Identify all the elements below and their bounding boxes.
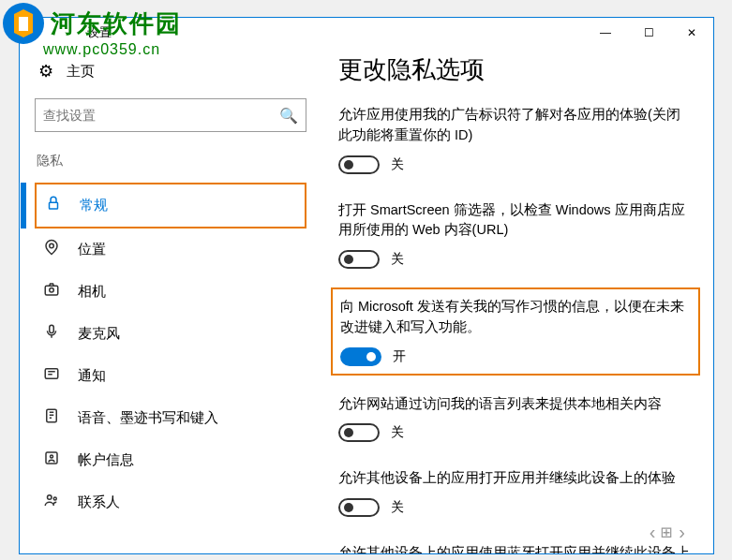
titlebar: 设置 — ☐ ✕	[20, 18, 713, 48]
sidebar-item-3[interactable]: 麦克风	[35, 313, 306, 355]
svg-point-11	[48, 495, 52, 500]
nav-label: 相机	[78, 283, 106, 301]
svg-rect-6	[50, 325, 54, 332]
nav-icon	[42, 492, 61, 513]
nav-label: 帐户信息	[78, 451, 134, 469]
toggle-switch[interactable]	[338, 250, 380, 269]
search-icon: 🔍	[279, 107, 298, 125]
minimize-button[interactable]: —	[584, 18, 627, 48]
settings-window: 设置 — ☐ ✕ ⚙ 主页 🔍 隐私 常规位置相机麦克风通知语音、墨迹书写和键入…	[19, 17, 714, 554]
page-title: 更改隐私选项	[338, 53, 693, 86]
nav-next-icon[interactable]: ›	[679, 522, 685, 543]
sidebar-item-2[interactable]: 相机	[35, 271, 306, 313]
svg-rect-2	[50, 202, 58, 209]
maximize-button[interactable]: ☐	[627, 18, 670, 48]
gear-icon: ⚙	[38, 61, 53, 81]
setting-1: 打开 SmartScreen 筛选器，以检查 Windows 应用商店应用所使用…	[338, 200, 693, 270]
setting-desc: 允许应用使用我的广告标识符了解对各应用的体验(关闭此功能将重置你的 ID)	[338, 105, 693, 146]
home-row[interactable]: ⚙ 主页	[35, 48, 306, 98]
setting-2: 向 Microsoft 发送有关我的写作习惯的信息，以便在未来改进键入和写入功能…	[331, 287, 700, 376]
sidebar-item-1[interactable]: 位置	[35, 228, 306, 271]
nav-label: 联系人	[78, 494, 120, 511]
sidebar-item-4[interactable]: 通知	[35, 355, 306, 397]
nav-icon	[42, 365, 61, 387]
toggle-row: 关	[338, 423, 693, 442]
setting-3: 允许网站通过访问我的语言列表来提供本地相关内容 关	[338, 394, 693, 443]
toggle-switch[interactable]	[338, 423, 380, 442]
toggle-row: 关	[338, 155, 693, 174]
svg-rect-4	[45, 286, 58, 295]
toggle-row: 关	[338, 250, 693, 269]
toggle-switch[interactable]	[340, 347, 381, 366]
window-controls: — ☐ ✕	[584, 18, 713, 48]
nav-icon	[42, 449, 61, 471]
sidebar-item-7[interactable]: 联系人	[35, 481, 306, 523]
nav-label: 麦克风	[78, 325, 120, 343]
nav-label: 通知	[78, 367, 106, 385]
toggle-label: 关	[391, 424, 404, 441]
nav-label: 位置	[78, 241, 106, 258]
toggle-label: 开	[393, 348, 406, 365]
nav-grid-icon[interactable]: ⊞	[658, 526, 676, 538]
sidebar-item-0[interactable]: 常规	[35, 183, 306, 228]
svg-point-3	[50, 243, 54, 248]
main-panel: 更改隐私选项 允许应用使用我的广告标识符了解对各应用的体验(关闭此功能将重置你的…	[321, 48, 713, 553]
page-nav: ‹ ⊞ ›	[650, 522, 685, 543]
close-button[interactable]: ✕	[670, 18, 713, 48]
nav-icon	[42, 281, 61, 302]
svg-point-5	[50, 288, 54, 293]
sidebar-item-5[interactable]: 语音、墨迹书写和键入	[35, 397, 306, 439]
toggle-switch[interactable]	[338, 498, 380, 517]
section-label: 隐私	[35, 151, 306, 183]
setting-4: 允许其他设备上的应用打开应用并继续此设备上的体验 关	[338, 468, 693, 517]
toggle-label: 关	[391, 251, 404, 268]
home-label: 主页	[67, 63, 95, 81]
window-title: 设置	[87, 24, 112, 41]
setting-desc: 允许其他设备上的应用使用蓝牙打开应用并继续此设备上的体验	[338, 543, 693, 553]
nav-label: 常规	[80, 197, 108, 214]
setting-desc: 允许其他设备上的应用打开应用并继续此设备上的体验	[338, 468, 693, 489]
search-box[interactable]: 🔍	[35, 98, 306, 132]
svg-point-10	[51, 455, 53, 458]
setting-5: 允许其他设备上的应用使用蓝牙打开应用并继续此设备上的体验 关	[338, 543, 693, 553]
setting-desc: 向 Microsoft 发送有关我的写作习惯的信息，以便在未来改进键入和写入功能…	[340, 297, 691, 338]
toggle-row: 开	[340, 347, 691, 366]
setting-desc: 允许网站通过访问我的语言列表来提供本地相关内容	[338, 394, 693, 415]
setting-desc: 打开 SmartScreen 筛选器，以检查 Windows 应用商店应用所使用…	[338, 200, 693, 242]
nav-icon	[44, 195, 63, 216]
nav-label: 语音、墨迹书写和键入	[78, 409, 218, 427]
sidebar-item-6[interactable]: 帐户信息	[35, 439, 306, 481]
nav-prev-icon[interactable]: ‹	[650, 522, 656, 543]
sidebar: ⚙ 主页 🔍 隐私 常规位置相机麦克风通知语音、墨迹书写和键入帐户信息联系人	[20, 48, 321, 553]
search-input[interactable]	[43, 108, 279, 123]
content-area: ⚙ 主页 🔍 隐私 常规位置相机麦克风通知语音、墨迹书写和键入帐户信息联系人 更…	[20, 48, 713, 553]
nav-icon	[42, 323, 61, 345]
toggle-label: 关	[391, 156, 404, 173]
nav-icon	[42, 239, 61, 260]
svg-point-12	[53, 497, 56, 500]
toggle-label: 关	[391, 499, 404, 516]
nav-icon	[42, 407, 61, 429]
toggle-switch[interactable]	[338, 155, 380, 174]
toggle-row: 关	[338, 498, 693, 517]
setting-0: 允许应用使用我的广告标识符了解对各应用的体验(关闭此功能将重置你的 ID) 关	[338, 105, 693, 174]
